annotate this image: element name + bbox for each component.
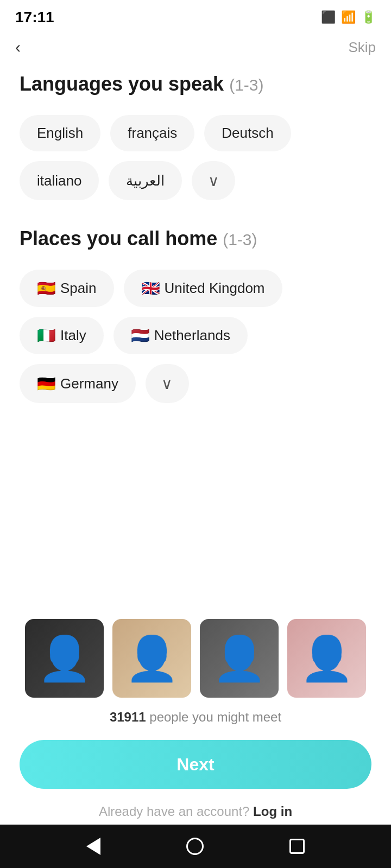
people-count-label: people you might meet bbox=[149, 710, 281, 724]
languages-chips-row-2: italiano العربية ∨ bbox=[20, 161, 371, 200]
languages-section-title: Languages you speak (1-3) bbox=[20, 73, 371, 95]
chip-spain[interactable]: 🇪🇸 Spain bbox=[20, 270, 114, 307]
person-avatar-2: 👤 bbox=[112, 619, 191, 698]
profile-pic-1: 👤 bbox=[25, 619, 104, 698]
people-count-text: 31911 people you might meet bbox=[110, 710, 281, 725]
profile-pic-2: 👤 bbox=[112, 619, 191, 698]
chip-netherlands[interactable]: 🇳🇱 Netherlands bbox=[113, 317, 248, 354]
netherlands-flag-icon: 🇳🇱 bbox=[131, 327, 150, 344]
profile-pic-3: 👤 bbox=[200, 619, 279, 698]
chip-uk[interactable]: 🇬🇧 United Kingdom bbox=[124, 270, 282, 307]
person-avatar-4: 👤 bbox=[287, 619, 366, 698]
chip-italiano[interactable]: italiano bbox=[20, 161, 99, 200]
uk-flag-icon: 🇬🇧 bbox=[141, 279, 160, 297]
android-home-button[interactable] bbox=[186, 838, 204, 855]
main-content: Languages you speak (1-3) English frança… bbox=[0, 67, 391, 403]
places-chips-row-3: 🇩🇪 Germany ∨ bbox=[20, 364, 371, 403]
android-back-button[interactable] bbox=[86, 838, 100, 855]
people-count-number: 31911 bbox=[110, 710, 146, 724]
profile-pictures-row: 👤 👤 👤 👤 bbox=[25, 619, 366, 698]
next-button[interactable]: Next bbox=[20, 740, 371, 789]
chevron-down-icon: ∨ bbox=[208, 172, 219, 190]
spain-flag-icon: 🇪🇸 bbox=[37, 279, 56, 297]
back-triangle-icon bbox=[86, 838, 100, 855]
germany-flag-icon: 🇩🇪 bbox=[37, 375, 56, 393]
cast-status-icon: ⬛ bbox=[321, 10, 336, 24]
home-circle-icon bbox=[186, 838, 204, 855]
chip-germany[interactable]: 🇩🇪 Germany bbox=[20, 364, 136, 403]
languages-chips-row: English français Deutsch bbox=[20, 115, 371, 151]
profile-pic-4: 👤 bbox=[287, 619, 366, 698]
status-bar: 17:11 ⬛ 📶 🔋 bbox=[0, 0, 391, 33]
places-chips-row-2: 🇮🇹 Italy 🇳🇱 Netherlands bbox=[20, 317, 371, 354]
recents-square-icon bbox=[289, 839, 305, 854]
battery-icon: 🔋 bbox=[361, 10, 376, 24]
languages-section: Languages you speak (1-3) English frança… bbox=[20, 73, 371, 200]
android-recents-button[interactable] bbox=[289, 839, 305, 854]
person-avatar-3: 👤 bbox=[200, 619, 279, 698]
login-link[interactable]: Log in bbox=[253, 804, 292, 819]
chevron-down-icon: ∨ bbox=[161, 375, 173, 393]
android-nav-bar bbox=[0, 825, 391, 868]
places-more-button[interactable]: ∨ bbox=[146, 364, 189, 403]
places-section: Places you call home (1-3) 🇪🇸 Spain 🇬🇧 U… bbox=[20, 227, 371, 403]
status-icons: ⬛ 📶 🔋 bbox=[321, 10, 376, 24]
status-time: 17:11 bbox=[15, 9, 54, 26]
chip-english[interactable]: English bbox=[20, 115, 100, 151]
skip-button[interactable]: Skip bbox=[348, 39, 376, 56]
chip-arabic[interactable]: العربية bbox=[109, 161, 182, 200]
italy-flag-icon: 🇮🇹 bbox=[37, 327, 56, 344]
top-nav: ‹ Skip bbox=[0, 33, 391, 67]
chip-francais[interactable]: français bbox=[110, 115, 194, 151]
chip-italy[interactable]: 🇮🇹 Italy bbox=[20, 317, 104, 354]
login-prompt: Already have an account? Log in bbox=[99, 804, 292, 819]
person-avatar-1: 👤 bbox=[25, 619, 104, 698]
wifi-icon: 📶 bbox=[341, 10, 356, 24]
chip-deutsch[interactable]: Deutsch bbox=[204, 115, 291, 151]
languages-more-button[interactable]: ∨ bbox=[192, 161, 235, 200]
places-section-title: Places you call home (1-3) bbox=[20, 227, 371, 250]
bottom-area: 👤 👤 👤 👤 31911 people you might meet Next… bbox=[0, 619, 391, 819]
places-chips-row-1: 🇪🇸 Spain 🇬🇧 United Kingdom bbox=[20, 270, 371, 307]
back-button[interactable]: ‹ bbox=[15, 38, 21, 56]
